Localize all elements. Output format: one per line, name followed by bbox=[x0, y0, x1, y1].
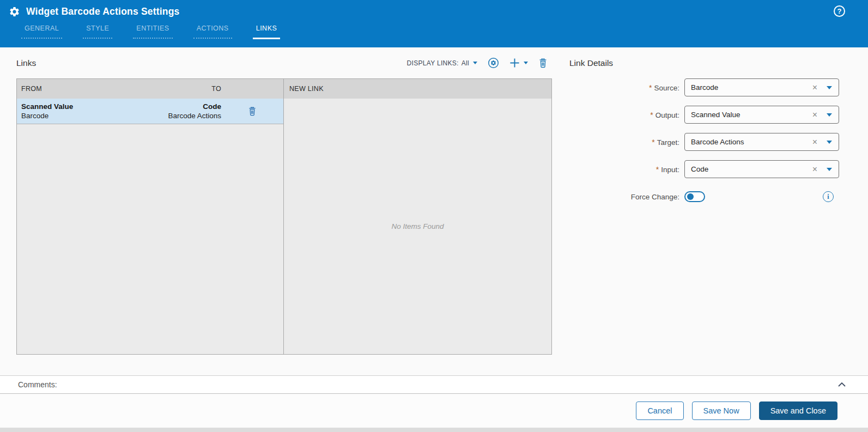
link-from-cell: Scanned Value Barcode bbox=[21, 102, 134, 120]
chevron-up-icon[interactable] bbox=[836, 379, 847, 390]
toggle-knob bbox=[687, 193, 694, 200]
delete-links-button[interactable] bbox=[538, 58, 548, 68]
link-to-cell: Code Barcode Actions bbox=[134, 102, 221, 120]
required-marker: * bbox=[650, 111, 653, 119]
chevron-down-icon[interactable] bbox=[827, 113, 832, 117]
tab-actions[interactable]: ACTIONS bbox=[197, 25, 229, 33]
trash-icon bbox=[248, 106, 257, 116]
to-widget-name: Barcode Actions bbox=[134, 111, 221, 120]
save-now-button[interactable]: Save Now bbox=[692, 401, 751, 420]
comments-label: Comments: bbox=[18, 380, 57, 389]
title-bar: Widget Barcode Actions Settings ? GENERA… bbox=[0, 0, 868, 47]
required-marker: * bbox=[649, 83, 652, 92]
tab-style[interactable]: STYLE bbox=[86, 25, 109, 33]
chevron-down-icon bbox=[473, 62, 477, 64]
tab-bar: GENERAL STYLE ENTITIES ACTIONS LINKS bbox=[25, 25, 868, 33]
links-table-header: FROM TO bbox=[17, 79, 283, 99]
link-details-panel: Link Details *Source: Barcode × *Output:… bbox=[569, 47, 851, 375]
main-content: Links DISPLAY LINKS: All bbox=[0, 47, 868, 375]
from-output-name: Scanned Value bbox=[21, 102, 134, 111]
links-title: Links bbox=[16, 58, 36, 68]
clear-icon[interactable]: × bbox=[812, 138, 817, 147]
help-glyph: ? bbox=[837, 7, 842, 15]
input-field-row: *Input: Code × bbox=[569, 160, 851, 178]
window-bottom-edge bbox=[0, 428, 868, 432]
force-change-label: Force Change: bbox=[569, 193, 679, 201]
output-label-text: Output: bbox=[655, 111, 679, 119]
chevron-down-icon bbox=[524, 62, 528, 64]
save-and-close-button[interactable]: Save and Close bbox=[759, 401, 837, 420]
link-row-actions bbox=[221, 106, 283, 116]
add-link-button[interactable] bbox=[509, 58, 528, 68]
plus-icon bbox=[509, 58, 520, 68]
required-marker: * bbox=[652, 138, 654, 147]
input-label: *Input: bbox=[569, 165, 679, 174]
info-glyph: i bbox=[827, 193, 829, 201]
links-toolbar: DISPLAY LINKS: All bbox=[407, 57, 552, 69]
clear-icon[interactable]: × bbox=[812, 111, 817, 119]
links-list-panel: FROM TO Scanned Value Barcode Code Barco… bbox=[17, 79, 284, 354]
tab-label: GENERAL bbox=[25, 25, 59, 32]
tab-entities[interactable]: ENTITIES bbox=[136, 25, 169, 33]
source-label-text: Source: bbox=[654, 84, 679, 92]
clear-icon[interactable]: × bbox=[812, 83, 817, 92]
target-value: Barcode Actions bbox=[691, 138, 812, 146]
link-row[interactable]: Scanned Value Barcode Code Barcode Actio… bbox=[17, 99, 283, 124]
new-link-header: NEW LINK bbox=[284, 79, 551, 99]
output-field-row: *Output: Scanned Value × bbox=[569, 106, 851, 124]
settings-dialog: Widget Barcode Actions Settings ? GENERA… bbox=[0, 0, 868, 432]
input-label-text: Input: bbox=[661, 166, 679, 174]
help-icon[interactable]: ? bbox=[834, 5, 845, 17]
new-link-body: No Items Found bbox=[284, 99, 551, 354]
tab-label: LINKS bbox=[256, 25, 277, 32]
chevron-down-icon[interactable] bbox=[827, 141, 832, 144]
target-label-text: Target: bbox=[657, 138, 679, 147]
target-label: *Target: bbox=[569, 138, 679, 147]
output-label: *Output: bbox=[569, 111, 679, 119]
footer-bar: Cancel Save Now Save and Close bbox=[0, 394, 868, 428]
source-field-row: *Source: Barcode × bbox=[569, 78, 851, 96]
output-select[interactable]: Scanned Value × bbox=[684, 106, 839, 124]
required-marker: * bbox=[656, 165, 659, 174]
output-value: Scanned Value bbox=[691, 111, 812, 119]
target-select[interactable]: Barcode Actions × bbox=[684, 133, 839, 151]
source-label: *Source: bbox=[569, 83, 679, 92]
input-select[interactable]: Code × bbox=[684, 160, 839, 178]
delete-link-icon[interactable] bbox=[248, 106, 257, 116]
source-value: Barcode bbox=[691, 83, 812, 92]
tab-label: STYLE bbox=[86, 25, 109, 32]
chevron-down-icon[interactable] bbox=[827, 86, 832, 89]
links-header-row: Links DISPLAY LINKS: All bbox=[16, 47, 552, 78]
tab-label: ENTITIES bbox=[136, 25, 169, 32]
chevron-down-icon[interactable] bbox=[827, 168, 832, 171]
clear-icon[interactable]: × bbox=[812, 165, 817, 174]
page-title: Widget Barcode Actions Settings bbox=[26, 6, 180, 17]
links-list-body bbox=[17, 124, 283, 354]
input-value: Code bbox=[691, 165, 812, 173]
force-change-toggle[interactable] bbox=[684, 191, 705, 202]
new-link-panel: NEW LINK No Items Found bbox=[284, 79, 551, 354]
display-links-filter[interactable]: DISPLAY LINKS: All bbox=[407, 59, 477, 67]
source-select[interactable]: Barcode × bbox=[684, 78, 839, 96]
from-widget-name: Barcode bbox=[21, 111, 134, 120]
display-links-value: All bbox=[462, 59, 469, 67]
tab-label: ACTIONS bbox=[197, 25, 229, 32]
from-column-header: FROM bbox=[21, 85, 134, 93]
links-table: FROM TO Scanned Value Barcode Code Barco… bbox=[16, 78, 552, 355]
tab-links[interactable]: LINKS bbox=[256, 25, 277, 33]
gear-icon bbox=[9, 6, 20, 17]
links-section: Links DISPLAY LINKS: All bbox=[16, 47, 552, 375]
info-icon[interactable]: i bbox=[823, 191, 834, 202]
cancel-button[interactable]: Cancel bbox=[636, 401, 683, 420]
to-input-name: Code bbox=[134, 102, 221, 111]
auto-link-icon[interactable] bbox=[488, 57, 499, 69]
title-row: Widget Barcode Actions Settings ? bbox=[0, 0, 868, 17]
tab-general[interactable]: GENERAL bbox=[25, 25, 59, 33]
empty-state-text: No Items Found bbox=[391, 222, 444, 230]
link-details-title: Link Details bbox=[569, 58, 613, 68]
new-link-header-label: NEW LINK bbox=[288, 85, 324, 93]
target-field-row: *Target: Barcode Actions × bbox=[569, 133, 851, 151]
trash-icon bbox=[538, 58, 548, 68]
comments-bar[interactable]: Comments: bbox=[0, 375, 868, 394]
force-change-row: Force Change: i bbox=[569, 191, 851, 202]
